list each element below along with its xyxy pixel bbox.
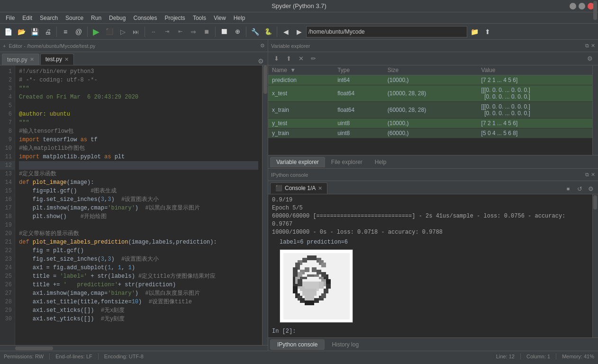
var-refresh-button[interactable]: ✏: [308, 54, 318, 64]
indent-button[interactable]: ⇥: [161, 26, 173, 38]
editor-scrollbar[interactable]: [262, 65, 268, 345]
editor-tab-options-icon[interactable]: ⚙: [256, 57, 266, 65]
titlebar: Spyder (Python 3.7): [0, 0, 598, 12]
settings-button[interactable]: 🔧: [249, 26, 261, 38]
menu-debug[interactable]: Debug: [105, 14, 129, 22]
editor-content[interactable]: 1 2 3 4 5 6 7 8 9 10 11 12 13 14 15 16 1: [0, 65, 262, 345]
var-import-button[interactable]: ⬇: [271, 54, 281, 64]
debug-button[interactable]: ↔: [147, 26, 160, 38]
minimize-button[interactable]: [570, 3, 576, 9]
menu-file[interactable]: File: [2, 14, 18, 22]
status-memory: Memory: 41%: [562, 354, 594, 359]
console-interrupt-button[interactable]: ■: [563, 183, 573, 194]
editor-tab-test[interactable]: test.py ✕: [40, 54, 74, 65]
editor-tab-temp-close[interactable]: ✕: [30, 56, 34, 63]
console-bottom-tab-ipython[interactable]: IPython console: [270, 339, 325, 350]
console-close-icon[interactable]: ✕: [591, 172, 595, 178]
menu-consoles[interactable]: Consoles: [129, 14, 161, 22]
list-button[interactable]: ≡: [59, 26, 72, 38]
var-tab-explorer[interactable]: Variable explorer: [270, 157, 325, 167]
run-file-button[interactable]: ⬛: [103, 26, 116, 38]
var-table[interactable]: Name ▼ Type Size Value prediction int64 …: [268, 65, 592, 155]
var-col-value[interactable]: Value: [478, 65, 592, 75]
editor-tab-test-close[interactable]: ✕: [64, 56, 69, 63]
var-name-prediction: prediction: [268, 75, 334, 85]
menu-tools[interactable]: Tools: [189, 14, 210, 22]
nav-forward-button[interactable]: ▶: [293, 26, 305, 38]
nav-folder-button[interactable]: 📁: [468, 26, 480, 38]
open-file-button[interactable]: 📂: [15, 26, 27, 38]
code-line-25: title = 'label=' + str(labels) #定义title方…: [19, 272, 258, 281]
menu-view[interactable]: View: [210, 14, 230, 22]
var-row-ytest[interactable]: y_test uint8 (10000,) [7 2 1 ... 4 5 6]: [268, 118, 592, 128]
line-num-9: 9: [0, 136, 15, 144]
menu-help[interactable]: Help: [230, 14, 249, 22]
editor-tab-temp[interactable]: temp.py ✕: [2, 54, 39, 65]
new-file-button[interactable]: 📄: [2, 26, 14, 38]
var-options-button[interactable]: ⚙: [585, 54, 595, 64]
menu-source[interactable]: Source: [62, 14, 87, 22]
console-scroll-thumb[interactable]: [593, 195, 597, 209]
run-button[interactable]: ▶: [90, 26, 102, 38]
var-tab-file[interactable]: File explorer: [325, 157, 369, 167]
step-button[interactable]: ⏭: [130, 26, 142, 38]
var-delete-button[interactable]: ✕: [296, 54, 306, 64]
console-scrollbar[interactable]: [592, 194, 598, 337]
console-tab-close[interactable]: ✕: [318, 185, 322, 191]
var-col-type[interactable]: Type: [334, 65, 384, 75]
editor-options-icon[interactable]: ⚙: [260, 43, 265, 49]
var-tab-help[interactable]: Help: [369, 157, 393, 167]
var-col-size[interactable]: Size: [384, 65, 478, 75]
menu-search[interactable]: Search: [36, 14, 62, 22]
var-row-xtest[interactable]: x_test float64 (10000, 28, 28) [[[0. 0. …: [268, 85, 592, 102]
var-col-name[interactable]: Name ▼: [268, 65, 334, 75]
nav-up-button[interactable]: ⬆: [481, 26, 494, 38]
editor-hscroll-thumb[interactable]: [15, 346, 53, 350]
console-bottom-tab-history[interactable]: History log: [325, 339, 366, 350]
var-row-ytrain[interactable]: y_train uint8 (60000,) [5 0 4 ... 5 6 8]: [268, 128, 592, 138]
line-num-17: 17: [0, 204, 15, 212]
console-options-button[interactable]: ⚙: [586, 183, 596, 194]
save-file-button[interactable]: 💾: [28, 26, 41, 38]
step-over-button[interactable]: ⇒: [187, 26, 199, 38]
right-panel: Variable explorer ⧉ ✕ ⬇ ⬆ ✕ ✏ ⚙ Na: [268, 40, 598, 351]
find-replace-button[interactable]: ⬜: [218, 26, 230, 38]
editor-scroll-thumb[interactable]: [263, 65, 267, 94]
stop-button[interactable]: ■: [200, 26, 213, 38]
console-tab-1[interactable]: ⬛ Console 1/A ✕: [270, 182, 327, 194]
profile-button[interactable]: ⊕: [231, 26, 244, 38]
console-output[interactable]: 0.9/19 Epoch 5/5 60000/60000 [==========…: [268, 194, 592, 337]
var-row-xtrain[interactable]: x_train float64 (60000, 28, 28) [[[0. 0.…: [268, 102, 592, 118]
var-scrollbar[interactable]: [592, 65, 598, 155]
code-area[interactable]: #!/usr/bin/env python3 # -*- coding: utf…: [15, 65, 262, 345]
var-export-button[interactable]: ⬆: [283, 54, 294, 64]
var-value-prediction: [7 2 1 ... 4 5 6]: [478, 75, 592, 85]
console-line-3: 60000/60000 [===========================…: [272, 212, 589, 220]
menu-edit[interactable]: Edit: [18, 14, 36, 22]
editor-new-tab-icon[interactable]: +: [3, 43, 6, 49]
console-body: 0.9/19 Epoch 5/5 60000/60000 [==========…: [268, 194, 598, 337]
code-line-1: #!/usr/bin/env python3: [19, 67, 258, 76]
var-table-body: prediction int64 (10000,) [7 2 1 ... 4 5…: [268, 75, 592, 138]
nav-back-button[interactable]: ◀: [280, 26, 292, 38]
editor-hscrollbar[interactable]: [0, 345, 268, 351]
menubar: File Edit Search Source Run Debug Consol…: [0, 12, 598, 24]
console-restart-button[interactable]: ↺: [574, 183, 585, 194]
toolbar-sep-5: [246, 27, 246, 37]
unindent-button[interactable]: ⇤: [174, 26, 186, 38]
var-row-prediction[interactable]: prediction int64 (10000,) [7 2 1 ... 4 5…: [268, 75, 592, 85]
var-explorer-close-icon[interactable]: ✕: [591, 43, 595, 49]
python-button[interactable]: 🐍: [262, 26, 274, 38]
toolbar-sep-6: [277, 27, 277, 37]
menu-run[interactable]: Run: [87, 14, 105, 22]
run-selection-button[interactable]: ▷: [117, 26, 129, 38]
maximize-button[interactable]: [579, 3, 585, 9]
nav-path-input[interactable]: [306, 26, 467, 37]
var-explorer-float-icon[interactable]: ⧉: [585, 43, 589, 49]
print-button[interactable]: 🖨: [42, 26, 54, 38]
console-float-icon[interactable]: ⧉: [585, 172, 589, 178]
menu-projects[interactable]: Projects: [161, 14, 189, 22]
svg-rect-14: [305, 300, 314, 305]
svg-rect-10: [293, 286, 298, 293]
at-button[interactable]: @: [72, 26, 85, 38]
